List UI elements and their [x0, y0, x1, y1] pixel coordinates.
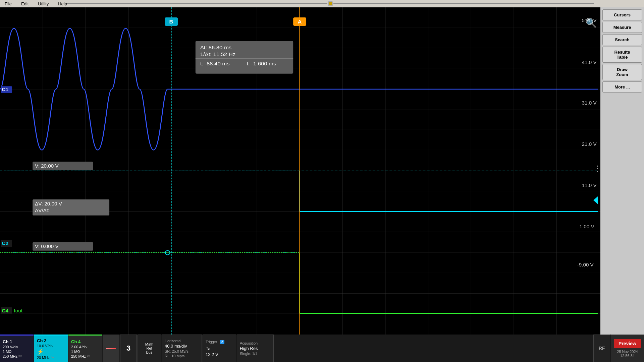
- menu-file[interactable]: File: [3, 1, 13, 7]
- svg-text:1/Δt:  11.52 Hz: 1/Δt: 11.52 Hz: [200, 52, 236, 57]
- svg-text:V:  20.00 V: V: 20.00 V: [35, 164, 59, 169]
- ch4-adiv: 2.00 A/div: [71, 345, 99, 349]
- waveform-color-indicator: [103, 335, 119, 362]
- ch1-block[interactable]: Ch 1 200 V/div 1 MΩ 250 MHz ᴮᵂ: [0, 335, 34, 362]
- ch2-coupling: ⚡: [37, 349, 65, 355]
- acquisition-single: Single: 1/1: [240, 352, 271, 356]
- svg-text:B: B: [169, 19, 173, 24]
- trigger-voltage: 12.2 V: [206, 352, 233, 357]
- svg-text:t:   -88.40 ms: t: -88.40 ms: [200, 61, 230, 66]
- scope-display[interactable]: A B Δt: 86.80 ms 1/Δt: 11.52 Hz t: -88.4…: [0, 7, 600, 335]
- ch2-label: Ch 2: [37, 338, 65, 343]
- svg-text:-9.00 V: -9.00 V: [577, 262, 594, 267]
- svg-text:Δt:   86.80 ms: Δt: 86.80 ms: [200, 45, 232, 50]
- right-panel: Cursors Measure Search Results Table Dra…: [600, 7, 644, 335]
- svg-text:t:   -1.600 ms: t: -1.600 ms: [247, 61, 276, 66]
- acquisition-block[interactable]: Acquisition High Res Single: 1/1: [237, 335, 274, 362]
- ch1-bandwidth: 250 MHz ᴮᵂ: [3, 354, 31, 358]
- more-button[interactable]: More ...: [602, 81, 642, 93]
- ch4-label: Ch 4: [71, 339, 99, 344]
- menu-utility[interactable]: Utility: [37, 1, 50, 7]
- acquisition-mode: High Res: [240, 346, 271, 351]
- ch2-bandwidth: 20 MHz ᴮᵂ: [37, 356, 65, 360]
- preview-button[interactable]: Preview: [614, 339, 641, 348]
- ch2-vdiv: 10.0 V/div: [37, 344, 65, 348]
- ch2-block[interactable]: Ch 2 10.0 V/div ⚡ 20 MHz ᴮᵂ: [34, 335, 68, 362]
- ch1-impedance: 1 MΩ: [3, 350, 31, 354]
- rf-label: RF: [599, 346, 605, 351]
- ch1-vdiv: 200 V/div: [3, 345, 31, 349]
- trigger-badge: 2: [220, 340, 224, 344]
- svg-text:C4: C4: [2, 308, 8, 313]
- menu-help[interactable]: Help: [57, 1, 68, 7]
- status-bar: Ch 1 200 V/div 1 MΩ 250 MHz ᴮᵂ Ch 2 10.0…: [0, 335, 644, 362]
- svg-text:31.0 V: 31.0 V: [582, 101, 596, 106]
- ch4-impedance: 1 MΩ: [71, 350, 99, 354]
- num-block[interactable]: 3: [120, 335, 137, 362]
- ch1-label: Ch 1: [3, 339, 31, 344]
- svg-text:⋮: ⋮: [593, 164, 600, 173]
- acquisition-title: Acquisition: [240, 341, 271, 345]
- horizontal-msdiv: 40.0 ms/div: [165, 344, 199, 349]
- svg-text:21.0 V: 21.0 V: [582, 142, 596, 147]
- zoom-icon: 🔍: [585, 17, 597, 28]
- scope-svg: A B Δt: 86.80 ms 1/Δt: 11.52 Hz t: -88.4…: [0, 7, 600, 335]
- horizontal-block[interactable]: Horizontal 40.0 ms/div SR: 25.0 MS/s RL:…: [162, 335, 202, 362]
- horizontal-rl: RL: 10 Mpts: [165, 354, 199, 358]
- rf-block[interactable]: RF: [593, 335, 610, 362]
- draw-zoom-button[interactable]: Draw Zoom: [602, 64, 642, 80]
- menu-bar: File Edit Utility Help: [0, 0, 644, 7]
- horizontal-sr: SR: 25.0 MS/s: [165, 349, 199, 353]
- math-ref-bus-label: Math Ref Bus: [145, 342, 153, 354]
- svg-text:11.0 V: 11.0 V: [582, 183, 596, 188]
- cursors-button[interactable]: Cursors: [602, 9, 642, 20]
- svg-text:ΔV:     20.00 V: ΔV: 20.00 V: [35, 201, 62, 206]
- main-area: A B Δt: 86.80 ms 1/Δt: 11.52 Hz t: -88.4…: [0, 7, 644, 335]
- svg-text:V:  0.000 V: V: 0.000 V: [35, 244, 59, 249]
- search-button[interactable]: Search: [602, 34, 642, 45]
- svg-text:C1: C1: [2, 87, 8, 92]
- svg-text:C2: C2: [2, 241, 8, 246]
- svg-text:A: A: [298, 19, 302, 24]
- svg-text:41.0 V: 41.0 V: [582, 60, 596, 65]
- menu-edit[interactable]: Edit: [20, 1, 30, 7]
- preview-block: Preview 25 Nov 2024 12:56:34: [611, 335, 644, 362]
- svg-text:ΔV/Δt:: ΔV/Δt:: [35, 208, 49, 213]
- horizontal-title: Horizontal: [165, 339, 199, 343]
- results-table-button[interactable]: Results Table: [602, 47, 642, 63]
- trigger-slope: ↘: [206, 345, 233, 351]
- trigger-block[interactable]: Trigger 2 ↘ 12.2 V: [203, 335, 236, 362]
- svg-text:1.00 V: 1.00 V: [580, 224, 594, 229]
- measure-button[interactable]: Measure: [602, 22, 642, 33]
- trigger-title: Trigger: [206, 340, 217, 344]
- preview-date: 25 Nov 2024 12:56:34: [617, 350, 638, 358]
- math-ref-bus-block[interactable]: Math Ref Bus: [138, 335, 161, 362]
- ch4-block[interactable]: Ch 4 2.00 A/div 1 MΩ 250 MHz ᴮᵂ: [68, 335, 102, 362]
- ch4-bandwidth: 250 MHz ᴮᵂ: [71, 354, 99, 358]
- svg-text:Iout: Iout: [14, 308, 22, 313]
